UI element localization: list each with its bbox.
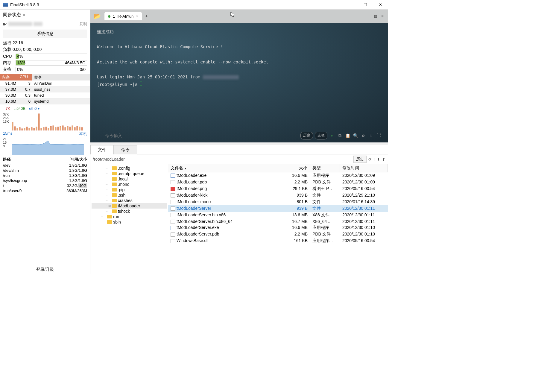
- folder-icon: [112, 172, 117, 175]
- connected-status-icon: [108, 15, 110, 18]
- vertical-splitter[interactable]: [90, 142, 388, 145]
- history-button[interactable]: 历史: [300, 132, 313, 139]
- file-row[interactable]: tModLoaderServer.bin.x86_6416.7 MBX86_64…: [168, 218, 388, 224]
- file-row[interactable]: tModLoaderServer.pdb2.2 MBPDB 文件2020/12/…: [168, 231, 388, 238]
- options-button[interactable]: 选项: [315, 132, 327, 139]
- disk-row[interactable]: /sys/fs/cgroup1.8G/1.8G: [0, 178, 90, 183]
- swap-meter: 交换 0%0/0: [0, 66, 90, 73]
- network-interface-select[interactable]: eth0 ▾: [29, 106, 40, 111]
- refresh-icon[interactable]: ⟳: [368, 157, 372, 162]
- copy-ip-button[interactable]: 复制: [79, 21, 87, 27]
- tree-folder-item[interactable]: ┈sbin: [92, 219, 167, 225]
- path-bar: /root/tModLoader 历史 ⟳ ↑ ⬇ ⬆: [90, 154, 388, 164]
- list-view-icon[interactable]: ≡: [379, 13, 385, 19]
- close-button[interactable]: ✕: [376, 1, 385, 8]
- copy-icon[interactable]: ⧉: [337, 132, 343, 139]
- bolt-icon[interactable]: ⚡: [329, 132, 335, 139]
- process-row[interactable]: 10.6M0systemd: [0, 98, 90, 104]
- ip-address-blurred-2: [34, 22, 42, 26]
- ip-address-blurred: [8, 22, 32, 26]
- fullscreen-icon[interactable]: ⛶: [376, 132, 382, 139]
- download-icon[interactable]: ⬇: [368, 132, 374, 139]
- file-header-name[interactable]: 文件名▲: [168, 164, 283, 172]
- tree-folder-item[interactable]: ┈.config: [92, 165, 167, 171]
- process-row[interactable]: 37.3M0.7sssd_nss: [0, 86, 90, 92]
- tree-folder-item[interactable]: ┈.pip: [92, 187, 167, 192]
- folder-icon: [107, 215, 112, 218]
- paste-icon[interactable]: 📋: [345, 132, 351, 139]
- svg-rect-26: [74, 127, 75, 130]
- file-row[interactable]: tModLoader.pdb2.2 MBPDB 文件2020/12/30 01:…: [168, 179, 388, 186]
- latency-host-select[interactable]: 本机: [79, 131, 87, 136]
- open-folder-button[interactable]: 📂: [93, 12, 101, 20]
- tree-folder-item[interactable]: ┈.ssh: [92, 192, 167, 198]
- titlebar: FinalShell 3.8.3 — ☐ ✕: [0, 0, 388, 10]
- tree-folder-item[interactable]: ┈tshock: [92, 209, 167, 214]
- disk-row[interactable]: /run1.8G/1.8G: [0, 173, 90, 178]
- cpu-meter: CPU 4%: [0, 53, 90, 60]
- file-area: ┈.config ┈.esmtp_queue ┈.local ┈.mono ┈.…: [90, 164, 388, 274]
- tree-folder-item[interactable]: ┈run: [92, 214, 167, 219]
- disk-header-path[interactable]: 路径: [3, 157, 54, 162]
- folder-icon: [112, 193, 117, 197]
- svg-rect-8: [31, 127, 32, 130]
- commands-tab[interactable]: 命令: [114, 145, 137, 154]
- terminal[interactable]: 连接成功 Welcome to Alibaba Cloud Elastic Co…: [90, 23, 388, 142]
- disk-row[interactable]: /32.3G/40G: [0, 183, 90, 188]
- app-icon: [3, 3, 8, 7]
- file-header-type[interactable]: 类型: [310, 164, 340, 172]
- current-path[interactable]: /root/tModLoader: [93, 157, 352, 162]
- path-history-button[interactable]: 历史: [353, 156, 367, 163]
- minimize-button[interactable]: —: [346, 1, 355, 8]
- file-row[interactable]: tModLoaderServer.bin.x8613.6 MBX86 文件202…: [168, 212, 388, 218]
- right-panel: 📂 1 TR-AliYun × + ▦ ≡ 连接成功 Welcome to Al…: [90, 10, 388, 274]
- disk-header-usage[interactable]: 可用/大小: [54, 157, 87, 162]
- tree-folder-item[interactable]: ┈⊞tModLoader: [92, 203, 167, 209]
- file-row[interactable]: WindowsBase.dll161 KB应用程序...2020/05/16 0…: [168, 238, 388, 244]
- proc-header-cpu[interactable]: CPU: [18, 74, 32, 80]
- tree-folder-item[interactable]: ┈.esmtp_queue: [92, 171, 167, 176]
- search-icon[interactable]: 🔍: [353, 132, 358, 139]
- close-tab-button[interactable]: ×: [136, 14, 138, 19]
- file-row[interactable]: tModLoaderServer939 B文件2020/12/30 01:11: [168, 205, 388, 212]
- folder-icon: 📂: [93, 13, 101, 20]
- file-row[interactable]: tModLoader-mono801 B文件2020/01/16 14:39: [168, 199, 388, 205]
- file-row[interactable]: tModLoader-kick939 B文件2020/12/29 21:10: [168, 192, 388, 199]
- up-dir-icon[interactable]: ↑: [373, 157, 376, 162]
- session-tab[interactable]: 1 TR-AliYun ×: [104, 12, 142, 20]
- file-header-date[interactable]: 修改时间: [340, 164, 388, 172]
- left-panel: 同步状态 IP 复制 系统信息 运行 22:16 负载 0.00, 0.00, …: [0, 10, 90, 274]
- file-header-size[interactable]: 大小: [283, 164, 310, 172]
- proc-header-cmd[interactable]: 命令: [32, 74, 90, 80]
- disk-row[interactable]: /dev1.8G/1.8G: [0, 163, 90, 168]
- disk-row[interactable]: /run/user/0363M/363M: [0, 188, 90, 193]
- svg-rect-9: [34, 128, 35, 130]
- disk-row[interactable]: /dev/shm1.8G/1.8G: [0, 168, 90, 173]
- file-row[interactable]: tModLoader.exe16.6 MB应用程序2020/12/30 01:0…: [168, 172, 388, 179]
- file-list[interactable]: 文件名▲ 大小 类型 修改时间 tModLoader.exe16.6 MB应用程…: [168, 164, 388, 274]
- tree-folder-item[interactable]: ┈.local: [92, 176, 167, 182]
- file-type-icon: [171, 233, 175, 237]
- ip-label: IP: [3, 22, 7, 26]
- process-row[interactable]: 91.4M3AliYunDun: [0, 80, 90, 86]
- process-row[interactable]: 30.3M0.3tuned: [0, 92, 90, 98]
- folder-tree[interactable]: ┈.config ┈.esmtp_queue ┈.local ┈.mono ┈.…: [90, 164, 168, 274]
- system-info-button[interactable]: 系统信息: [3, 30, 87, 38]
- maximize-button[interactable]: ☐: [361, 1, 370, 8]
- folder-icon: [112, 204, 117, 208]
- file-row[interactable]: tModLoaderServer.exe16.6 MB应用程序2020/12/3…: [168, 224, 388, 231]
- command-input[interactable]: 命令输入: [105, 132, 299, 139]
- tree-folder-item[interactable]: ┈.mono: [92, 182, 167, 187]
- settings-icon[interactable]: ⚙: [360, 132, 366, 139]
- download-file-icon[interactable]: ⬇: [377, 157, 380, 162]
- file-row[interactable]: tModLoader.png29.1 KB看图王 P...2020/05/16 …: [168, 186, 388, 192]
- grid-view-icon[interactable]: ▦: [372, 13, 378, 19]
- tree-folder-item[interactable]: ┈crashes: [92, 198, 167, 203]
- upload-file-icon[interactable]: ⬆: [382, 157, 385, 162]
- proc-header-mem[interactable]: 内存: [0, 74, 18, 80]
- add-tab-button[interactable]: +: [145, 13, 148, 19]
- files-tab[interactable]: 文件: [90, 145, 114, 154]
- bottom-tabs: 文件 命令: [90, 145, 388, 154]
- svg-rect-21: [62, 126, 63, 130]
- login-upgrade-button[interactable]: 登录/升级: [0, 265, 90, 274]
